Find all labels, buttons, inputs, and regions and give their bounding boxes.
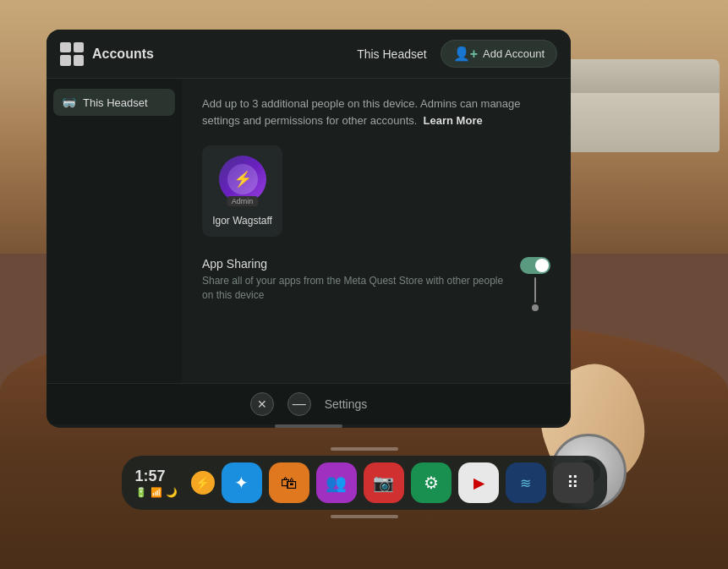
panel-header: Accounts This Headset 👤+ Add Account xyxy=(47,30,571,79)
wifi-icon: 📶 xyxy=(151,487,162,498)
panel-footer: ✕ — Settings xyxy=(47,383,571,424)
taskbar-scroll-bottom xyxy=(331,515,398,518)
app-icon-people[interactable]: 👥 xyxy=(316,462,357,503)
status-icons: 🔋 📶 🌙 xyxy=(135,487,178,498)
app-icon-youtube[interactable]: ▶ xyxy=(458,462,499,503)
time-block: 1:57 🔋 📶 🌙 xyxy=(135,468,178,498)
minimize-icon: — xyxy=(293,397,306,412)
app-sharing-title: App Sharing xyxy=(202,257,506,271)
taskbar: 1:57 🔋 📶 🌙 ⚡ ✦ 🛍 👥 📷 ⚙ ▶ ≋ xyxy=(122,447,607,518)
app-sharing-desc: Share all of your apps from the Meta Que… xyxy=(202,274,506,303)
description-text: Add up to 3 additional people on this de… xyxy=(202,96,550,129)
content-area: Add up to 3 additional people on this de… xyxy=(182,79,571,383)
settings-app-icon: ⚙ xyxy=(424,473,439,493)
avatar-inner xyxy=(227,164,258,194)
toggle-pointer-line xyxy=(534,277,536,303)
close-button[interactable]: ✕ xyxy=(250,392,274,416)
time-display: 1:57 xyxy=(135,468,166,484)
app-icon-settings[interactable]: ⚙ xyxy=(411,462,452,503)
people-icon: 👥 xyxy=(326,473,347,493)
toggle-knob xyxy=(535,259,549,272)
user-card[interactable]: Admin Igor Wagstaff xyxy=(202,145,282,237)
panel-body: 🥽 This Headset Add up to 3 additional pe… xyxy=(47,79,571,383)
battery-icon: 🔋 xyxy=(135,487,147,498)
app-icon-camera[interactable]: 📷 xyxy=(364,462,404,503)
close-icon: ✕ xyxy=(257,397,267,411)
store-icon: 🛍 xyxy=(281,473,298,493)
app-icon-all-apps[interactable]: ⠿ xyxy=(553,462,594,503)
add-account-label: Add Account xyxy=(483,47,545,60)
learn-more-link[interactable]: Learn More xyxy=(424,114,483,127)
add-person-icon: 👤+ xyxy=(453,46,478,62)
user-name: Igor Wagstaff xyxy=(212,215,272,227)
taskbar-inner: 1:57 🔋 📶 🌙 ⚡ ✦ 🛍 👥 📷 ⚙ ▶ ≋ xyxy=(122,456,607,510)
apps-icon: ⠿ xyxy=(567,473,579,493)
active-tab-label: This Headset xyxy=(357,47,426,61)
app-icon-liminal[interactable]: ≋ xyxy=(506,462,546,503)
sidebar: 🥽 This Headset xyxy=(47,79,182,383)
settings-panel: Accounts This Headset 👤+ Add Account 🥽 T… xyxy=(47,30,571,428)
liminal-icon: ≋ xyxy=(520,475,531,491)
app-icon-store[interactable]: 🛍 xyxy=(269,462,309,503)
avatar-wrap: Admin xyxy=(219,156,266,203)
app-sharing-section: App Sharing Share all of your apps from … xyxy=(202,257,550,311)
add-account-button[interactable]: 👤+ Add Account xyxy=(441,40,557,68)
grid-icon xyxy=(60,42,84,66)
admin-badge: Admin xyxy=(227,196,259,206)
taskbar-scroll-top xyxy=(331,447,398,451)
panel-title: Accounts xyxy=(92,47,154,62)
minimize-button[interactable]: — xyxy=(287,392,311,416)
couch xyxy=(550,85,720,152)
app-icon-explore[interactable]: ✦ xyxy=(222,462,262,503)
youtube-icon: ▶ xyxy=(473,475,484,491)
explore-icon: ✦ xyxy=(234,473,249,493)
app-sharing-text: App Sharing Share all of your apps from … xyxy=(202,257,506,303)
app-sharing-toggle[interactable] xyxy=(520,257,550,274)
toggle-wrap xyxy=(520,257,550,311)
sidebar-item-this-headset[interactable]: 🥽 This Headset xyxy=(53,89,175,116)
sidebar-item-label: This Headset xyxy=(83,96,148,109)
notification-icon[interactable]: ⚡ xyxy=(191,471,215,495)
headset-sidebar-icon: 🥽 xyxy=(62,96,76,109)
toggle-pointer-dot xyxy=(532,304,539,311)
camera-icon: 📷 xyxy=(373,473,394,493)
panel-scroll-indicator xyxy=(275,424,342,428)
footer-settings-label: Settings xyxy=(325,397,368,411)
moon-icon: 🌙 xyxy=(166,487,178,498)
